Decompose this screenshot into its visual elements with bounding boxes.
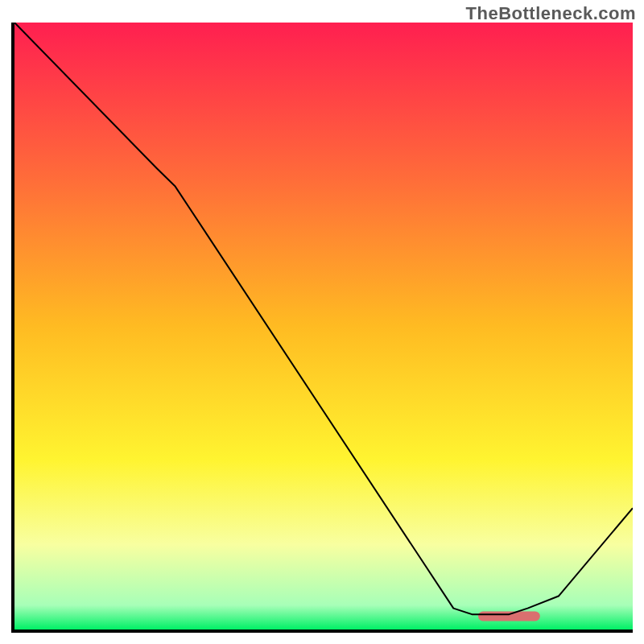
chart-plot [11,23,633,633]
optimal-marker [478,611,540,621]
chart-background [14,23,633,630]
watermark-text: TheBottleneck.com [466,3,636,24]
chart-container: TheBottleneck.com [0,0,644,644]
